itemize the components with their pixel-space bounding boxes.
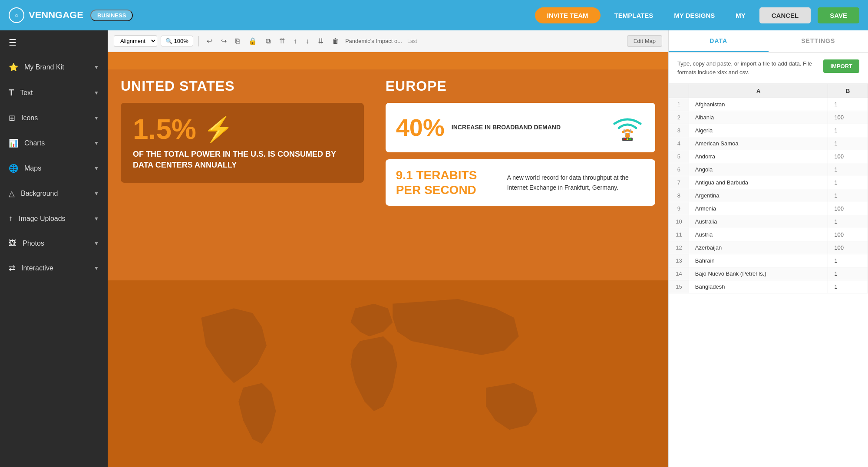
country-value[interactable]: 1 (828, 137, 868, 150)
country-name[interactable]: Albania (689, 111, 828, 124)
country-value[interactable]: 100 (828, 150, 868, 163)
table-header-row-num (669, 84, 689, 98)
import-info-text: Type, copy and paste, or import a file t… (677, 59, 818, 76)
country-value[interactable]: 1 (828, 163, 868, 176)
sidebar-item-background[interactable]: △ Background ▼ (0, 181, 108, 206)
edit-map-button[interactable]: Edit Map (627, 35, 662, 47)
table-row[interactable]: 6 Angola 1 (669, 163, 868, 176)
sidebar-item-label: My Brand Kit (24, 63, 88, 71)
sidebar-item-icons[interactable]: ⊞ Icons ▼ (0, 105, 108, 131)
sidebar-item-interactive[interactable]: ⇄ Interactive ▼ (0, 256, 108, 281)
my-link[interactable]: MY (729, 12, 752, 19)
country-name[interactable]: Antigua and Barbuda (689, 176, 828, 189)
country-name[interactable]: Afghanistan (689, 98, 828, 111)
country-value[interactable]: 100 (828, 228, 868, 241)
sidebar-item-label: Interactive (21, 264, 88, 272)
country-name[interactable]: Austria (689, 228, 828, 241)
row-number: 6 (669, 163, 689, 176)
table-row[interactable]: 15 Bangladesh 1 (669, 280, 868, 293)
table-row[interactable]: 9 Armenia 100 (669, 202, 868, 215)
save-button[interactable]: SAVE (818, 7, 859, 23)
table-row[interactable]: 4 American Samoa 1 (669, 137, 868, 150)
country-name[interactable]: Australia (689, 215, 828, 228)
sidebar-item-image-uploads[interactable]: ↑ Image Uploads ▼ (0, 206, 108, 231)
table-row[interactable]: 10 Australia 1 (669, 215, 868, 228)
move-down-button[interactable]: ↓ (303, 36, 312, 47)
country-value[interactable]: 100 (828, 111, 868, 124)
country-value[interactable]: 1 (828, 189, 868, 202)
country-name[interactable]: Bahrain (689, 254, 828, 267)
tab-settings[interactable]: SETTINGS (769, 30, 868, 52)
redo-button[interactable]: ↪ (218, 35, 229, 47)
country-value[interactable]: 1 (828, 98, 868, 111)
sidebar-item-maps[interactable]: 🌐 Maps ▼ (0, 156, 108, 181)
country-name[interactable]: Bajo Nuevo Bank (Petrel Is.) (689, 267, 828, 280)
wifi-icon (610, 112, 645, 142)
table-row[interactable]: 5 Andorra 100 (669, 150, 868, 163)
country-value[interactable]: 1 (828, 176, 868, 189)
import-button[interactable]: IMPORT (823, 59, 859, 73)
row-number: 10 (669, 215, 689, 228)
eu-terabits: 9.1 TERABITS PER SECOND (396, 168, 500, 197)
move-top-button[interactable]: ⇈ (277, 35, 287, 47)
table-row[interactable]: 3 Algeria 1 (669, 124, 868, 137)
country-name[interactable]: American Samoa (689, 137, 828, 150)
separator (198, 36, 199, 46)
my-designs-link[interactable]: MY DESIGNS (667, 12, 722, 19)
table-row[interactable]: 11 Austria 100 (669, 228, 868, 241)
zoom-dropdown[interactable]: 🔍 100% (161, 36, 193, 46)
country-value[interactable]: 1 (828, 280, 868, 293)
country-name[interactable]: Argentina (689, 189, 828, 202)
sidebar-item-photos[interactable]: 🖼 Photos ▼ (0, 231, 108, 256)
charts-icon: 📊 (9, 138, 18, 148)
country-name[interactable]: Azerbaijan (689, 241, 828, 254)
country-value[interactable]: 1 (828, 267, 868, 280)
sidebar-item-charts[interactable]: 📊 Charts ▼ (0, 131, 108, 156)
copy-button[interactable]: ⎘ (233, 36, 242, 47)
country-value[interactable]: 1 (828, 254, 868, 267)
table-header-a[interactable]: A (689, 84, 828, 98)
row-number: 13 (669, 254, 689, 267)
business-badge[interactable]: BUSINESS (90, 10, 133, 21)
country-value[interactable]: 1 (828, 124, 868, 137)
country-name[interactable]: Armenia (689, 202, 828, 215)
alignment-dropdown[interactable]: Alignment (114, 35, 157, 47)
sidebar-item-label: Image Uploads (19, 215, 88, 223)
row-number: 9 (669, 202, 689, 215)
undo-button[interactable]: ↩ (204, 35, 215, 47)
tab-data[interactable]: DATA (669, 30, 769, 52)
table-row[interactable]: 1 Afghanistan 1 (669, 98, 868, 111)
country-name[interactable]: Algeria (689, 124, 828, 137)
table-row[interactable]: 2 Albania 100 (669, 111, 868, 124)
svg-point-4 (629, 138, 631, 140)
table-header-b[interactable]: B (828, 84, 868, 98)
country-value[interactable]: 1 (828, 215, 868, 228)
chevron-icon: ▼ (94, 265, 99, 271)
icons-icon: ⊞ (9, 113, 15, 123)
sidebar-item-label: Icons (21, 114, 88, 122)
duplicate-button[interactable]: ⧉ (263, 36, 273, 47)
sidebar-item-text[interactable]: T Text ▼ (0, 80, 108, 105)
row-number: 11 (669, 228, 689, 241)
country-name[interactable]: Bangladesh (689, 280, 828, 293)
move-up-button[interactable]: ↑ (291, 36, 300, 47)
templates-link[interactable]: TEMPLATES (607, 12, 660, 19)
table-row[interactable]: 7 Antigua and Barbuda 1 (669, 176, 868, 189)
table-row[interactable]: 12 Azerbaijan 100 (669, 241, 868, 254)
move-bottom-button[interactable]: ⇊ (315, 35, 326, 47)
table-row[interactable]: 13 Bahrain 1 (669, 254, 868, 267)
delete-button[interactable]: 🗑 (330, 36, 342, 47)
canvas-content[interactable]: UNITED STATES 1.5% ⚡ OF THE TOTAL POWER … (108, 52, 668, 467)
country-value[interactable]: 100 (828, 202, 868, 215)
table-row[interactable]: 14 Bajo Nuevo Bank (Petrel Is.) 1 (669, 267, 868, 280)
sidebar-item-brand-kit[interactable]: ⭐ My Brand Kit ▼ (0, 55, 108, 80)
country-name[interactable]: Andorra (689, 150, 828, 163)
logo-text: VENNGAGE (29, 10, 83, 21)
hamburger-menu[interactable]: ☰ (0, 30, 108, 55)
country-name[interactable]: Angola (689, 163, 828, 176)
lock-button[interactable]: 🔒 (246, 35, 260, 47)
cancel-button[interactable]: CANCEL (759, 7, 811, 23)
table-row[interactable]: 8 Argentina 1 (669, 189, 868, 202)
invite-team-button[interactable]: INVITE TEAM (535, 7, 601, 23)
country-value[interactable]: 100 (828, 241, 868, 254)
